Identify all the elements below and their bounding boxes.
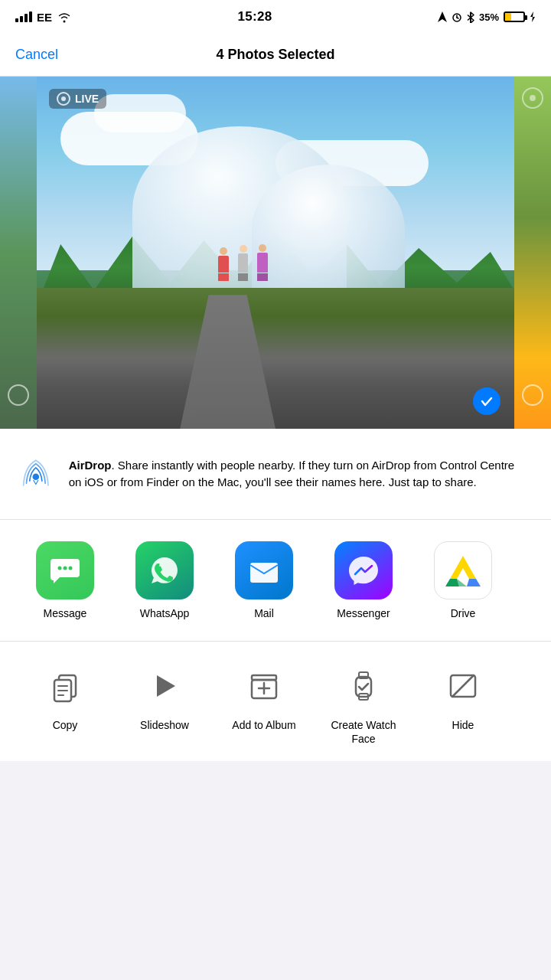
svg-rect-18	[252, 675, 276, 680]
copy-action-label: Copy	[23, 718, 107, 732]
mail-app-label: Mail	[254, 607, 274, 619]
add-album-icon-container	[241, 663, 287, 709]
airdrop-section: AirDrop. Share instantly with people nea…	[0, 429, 551, 520]
action-row-inner: Copy Slideshow	[0, 663, 551, 746]
messenger-icon	[346, 553, 381, 588]
action-watch-face[interactable]: Create Watch Face	[314, 663, 413, 746]
airdrop-desc-text: . Share instantly with people nearby. If…	[69, 459, 515, 489]
charging-icon	[530, 11, 536, 22]
action-copy[interactable]: Copy	[15, 663, 115, 746]
copy-icon	[48, 669, 82, 703]
drive-app-icon	[434, 541, 492, 599]
drive-icon	[444, 553, 482, 588]
status-left: EE	[15, 11, 72, 24]
selected-count: 4	[216, 47, 223, 62]
status-bar: EE 15:28 35%	[0, 0, 551, 34]
app-message[interactable]: Message	[15, 541, 115, 619]
svg-point-6	[33, 473, 40, 480]
slideshow-action-label: Slideshow	[122, 718, 207, 732]
messenger-app-icon	[334, 541, 393, 599]
page-title: 4 Photos Selected	[216, 47, 334, 63]
signal-bars	[15, 11, 32, 22]
whatsapp-app-icon	[135, 541, 194, 599]
svg-line-25	[452, 675, 474, 697]
copy-icon-container	[42, 663, 88, 709]
carrier-label: EE	[37, 11, 52, 24]
add-album-icon	[247, 669, 281, 703]
alarm-icon	[452, 11, 462, 22]
status-time: 15:28	[238, 9, 272, 24]
message-app-icon	[36, 541, 94, 599]
airdrop-icon	[21, 447, 51, 501]
nav-bar: Cancel 4 Photos Selected	[0, 34, 551, 77]
share-apps-row: Message WhatsApp Mail	[0, 520, 551, 642]
cancel-button[interactable]: Cancel	[15, 47, 58, 63]
action-add-album[interactable]: Add to Album	[214, 663, 314, 746]
messenger-app-label: Messenger	[337, 607, 390, 619]
share-apps-inner: Message WhatsApp Mail	[0, 541, 551, 619]
photo-selected-checkmark[interactable]	[473, 387, 500, 415]
bluetooth-icon	[467, 11, 474, 23]
selected-label: Photos Selected	[227, 47, 334, 62]
check-icon	[479, 394, 494, 409]
photo-strip: LIVE	[0, 77, 551, 429]
location-icon	[438, 11, 447, 22]
battery-indicator	[504, 11, 525, 22]
photo-main[interactable]: LIVE	[37, 77, 514, 429]
svg-point-7	[58, 567, 62, 570]
wifi-icon	[57, 11, 72, 23]
add-album-action-label: Add to Album	[222, 718, 306, 732]
live-badge: LIVE	[49, 89, 106, 109]
hide-action-label: Hide	[421, 718, 505, 732]
status-right: 35%	[438, 11, 536, 23]
mail-icon	[246, 552, 282, 589]
app-whatsapp[interactable]: WhatsApp	[115, 541, 214, 619]
action-row: Copy Slideshow	[0, 642, 551, 761]
airdrop-title: AirDrop	[69, 459, 112, 472]
play-icon	[148, 669, 181, 703]
mail-app-icon	[235, 541, 293, 599]
drive-app-label: Drive	[451, 607, 476, 619]
action-hide[interactable]: Hide	[413, 663, 513, 746]
battery-percent-label: 35%	[479, 11, 499, 23]
dome2	[252, 165, 405, 295]
hide-icon	[446, 669, 480, 703]
live-circle-icon	[57, 92, 70, 106]
watch-icon	[347, 669, 380, 703]
ground	[37, 288, 514, 429]
message-app-label: Message	[44, 607, 87, 619]
action-slideshow[interactable]: Slideshow	[115, 663, 214, 746]
hide-icon-container	[440, 663, 486, 709]
app-drive[interactable]: Drive	[413, 541, 513, 619]
svg-line-2	[457, 18, 458, 18]
slideshow-icon-container	[142, 663, 187, 709]
svg-point-8	[64, 567, 67, 570]
live-label: LIVE	[75, 93, 99, 105]
app-mail[interactable]: Mail	[214, 541, 314, 619]
people	[218, 244, 268, 281]
message-bubble-icon	[47, 553, 83, 588]
airdrop-description: AirDrop. Share instantly with people nea…	[69, 457, 530, 492]
watch-face-action-label: Create Watch Face	[321, 718, 406, 746]
photo-thumb-right[interactable]	[514, 77, 551, 429]
svg-point-9	[69, 567, 73, 570]
watch-face-icon-container	[341, 663, 386, 709]
whatsapp-icon	[147, 553, 182, 588]
app-messenger[interactable]: Messenger	[314, 541, 413, 619]
photo-thumb-left[interactable]	[0, 77, 37, 429]
whatsapp-app-label: WhatsApp	[140, 607, 190, 619]
cloud2	[94, 94, 186, 132]
svg-marker-16	[157, 675, 175, 697]
